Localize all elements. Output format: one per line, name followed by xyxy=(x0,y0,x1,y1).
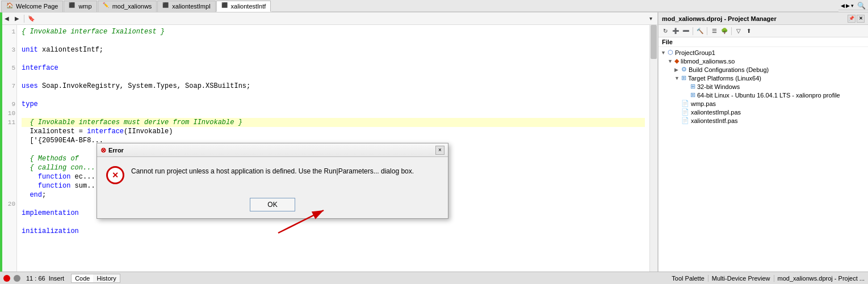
code-line-5: interface xyxy=(22,63,645,73)
tree-label-libmod: libmod_xalionws.so xyxy=(681,58,735,65)
editor-scrollbar[interactable] xyxy=(649,25,657,272)
tool-palette-panel[interactable]: Tool Palette xyxy=(672,275,708,282)
impl-file-icon: 📄 xyxy=(681,108,689,116)
tab-scroll-right[interactable]: ▶ xyxy=(846,3,850,9)
arrow-projectgroup: ▼ xyxy=(661,50,668,56)
tab-code[interactable]: Code xyxy=(72,274,93,282)
panel-pin-btn[interactable]: 📌 xyxy=(848,15,856,23)
tab-bar: 🏠 Welcome Page ⬛ wmp ✏️ mod_xalionws ⬛ x… xyxy=(0,0,868,12)
tree-item-impl[interactable]: 📄 xaliontestImpl.pas xyxy=(659,108,868,116)
filter-btn[interactable]: ▽ xyxy=(734,27,743,36)
tree-item-wmp[interactable]: 📄 wmp.pas xyxy=(659,99,868,108)
error-circle-icon xyxy=(106,166,124,184)
tree-item-intf[interactable]: 📄 xaliontestIntf.pas xyxy=(659,116,868,125)
projectgroup-icon: ⬡ xyxy=(668,49,673,56)
tree-item-projectgroup[interactable]: ▼ ⬡ ProjectGroup1 xyxy=(659,48,868,57)
tree-label-win32: 32-bit Windows xyxy=(697,83,740,90)
tree-label-wmp: wmp.pas xyxy=(691,100,716,107)
build-btn[interactable]: 🔨 xyxy=(695,27,705,36)
main-layout: ◀ ▶ 🔖 ▾ 1 3 5 7 9 10 11 xyxy=(0,12,868,272)
dialog-ok-button[interactable]: OK xyxy=(250,198,295,211)
remove-btn[interactable]: ➖ xyxy=(681,27,690,36)
dialog-close-button[interactable]: × xyxy=(435,146,445,155)
code-icon-mod: ✏️ xyxy=(103,2,111,10)
mode-display: Insert xyxy=(49,275,65,282)
project-panel: mod_xalionws.dproj - Project Manager 📌 ✕… xyxy=(658,12,868,272)
arrow-buildconfig: ▶ xyxy=(674,67,681,73)
tree-label-platforms: Target Platforms (Linux64) xyxy=(688,75,761,82)
buildconfig-icon: ⚙ xyxy=(681,66,687,73)
dialog-titlebar: ⊗ Error × xyxy=(97,143,448,157)
win32-icon: ⊞ xyxy=(690,83,695,90)
tree-item-linux64[interactable]: ⊞ 64-bit Linux - Ubuntu 16.04.1 LTS - xa… xyxy=(659,91,868,99)
stop-btn[interactable] xyxy=(3,275,10,282)
code-icon-wmp: ⬛ xyxy=(69,2,77,10)
wmp-file-icon: 📄 xyxy=(681,100,689,107)
dialog-error-icon: ⊗ xyxy=(100,146,106,154)
tree-item-libmod[interactable]: ▼ ◆ libmod_xalionws.so xyxy=(659,57,868,65)
tree-label-impl: xaliontestImpl.pas xyxy=(691,109,741,116)
status-left: 11 : 66 Insert xyxy=(3,275,64,282)
code-line-7: uses Soap.InvokeRegistry, System.Types, … xyxy=(22,82,645,91)
status-bar: 11 : 66 Insert Code History Tool Palette… xyxy=(0,272,868,284)
tab-scroll-left[interactable]: ◀ xyxy=(841,3,845,9)
intf-file-icon: 📄 xyxy=(681,117,689,124)
dropdown-btn[interactable]: ▾ xyxy=(646,14,655,23)
pause-btn[interactable] xyxy=(14,275,20,282)
tab-mod-xalionws[interactable]: ✏️ mod_xalionws xyxy=(98,1,157,12)
tree-view-btn[interactable]: 🌳 xyxy=(720,27,729,36)
panel-toolbar: ↻ ➕ ➖ 🔨 ☰ 🌳 ▽ ⬆ xyxy=(659,25,868,37)
search-icon[interactable]: 🔍 xyxy=(857,2,866,10)
dialog-footer: OK xyxy=(97,193,448,218)
line-col-display: 11 : 66 xyxy=(26,275,45,282)
tree-label-intf: xaliontestIntf.pas xyxy=(691,117,738,124)
green-gutter-bar xyxy=(0,12,2,272)
project-manager-panel[interactable]: mod_xalionws.dproj - Project ... xyxy=(778,275,865,282)
linux64-icon: ⊞ xyxy=(690,91,695,99)
scroll-thumb[interactable] xyxy=(651,25,657,59)
status-right: Tool Palette Multi-Device Preview mod_xa… xyxy=(672,275,865,282)
tree-item-buildconfig[interactable]: ▶ ⚙ Build Configurations (Debug) xyxy=(659,65,868,74)
dialog-message-text: Cannot run project unless a host applica… xyxy=(131,166,439,176)
code-line-10 xyxy=(22,109,645,118)
list-view-btn[interactable]: ☰ xyxy=(710,27,719,36)
code-icon-impl: ⬛ xyxy=(162,2,170,10)
dialog-body: Cannot run project unless a host applica… xyxy=(97,157,448,193)
error-dialog: ⊗ Error × Cannot run project unless a ho… xyxy=(97,143,448,219)
refresh-btn[interactable]: ↻ xyxy=(661,27,670,36)
tree-item-platforms[interactable]: ▼ ⊞ Target Platforms (Linux64) xyxy=(659,74,868,82)
dialog-title-left: ⊗ Error xyxy=(100,146,124,154)
tab-wmp[interactable]: ⬛ wmp xyxy=(64,1,97,12)
panel-title-text: mod_xalionws.dproj - Project Manager xyxy=(662,15,777,22)
editor-area: ◀ ▶ 🔖 ▾ 1 3 5 7 9 10 11 xyxy=(0,12,658,272)
editor-toolbar: ◀ ▶ 🔖 ▾ xyxy=(0,12,657,25)
tab-xaliontestimpl[interactable]: ⬛ xaliontestImpl xyxy=(157,1,215,12)
libmod-icon: ◆ xyxy=(674,57,679,65)
deploy-btn[interactable]: ⬆ xyxy=(744,27,753,36)
tree-item-win32[interactable]: ⊞ 32-bit Windows xyxy=(659,82,868,91)
code-line-1: { Invokable interface Ixaliontest } xyxy=(22,27,645,36)
dialog-title-text: Error xyxy=(108,147,124,154)
code-line-2 xyxy=(22,36,645,45)
tab-welcome[interactable]: 🏠 Welcome Page xyxy=(1,1,63,12)
code-line-11: { Invokable interfaces must derive from … xyxy=(22,118,645,127)
tab-xaliontestintf[interactable]: ⬛ xaliontestIntf xyxy=(216,1,271,12)
tree-label-linux64: 64-bit Linux - Ubuntu 16.04.1 LTS - xali… xyxy=(697,92,840,99)
panel-close-btn[interactable]: ✕ xyxy=(857,15,865,23)
project-tree: ▼ ⬡ ProjectGroup1 ▼ ◆ libmod_xalionws.so… xyxy=(659,47,868,272)
tab-dropdown[interactable]: ▾ xyxy=(851,3,854,9)
back-btn[interactable]: ◀ xyxy=(2,14,11,23)
code-line-9: type xyxy=(22,100,645,109)
code-line-4 xyxy=(22,54,645,63)
forward-btn[interactable]: ▶ xyxy=(12,14,22,23)
code-line-12: Ixaliontest = interface(IInvokable) xyxy=(22,127,645,136)
add-btn[interactable]: ➕ xyxy=(671,27,680,36)
file-section-label: File xyxy=(659,37,868,47)
bookmark-btn[interactable]: 🔖 xyxy=(27,14,36,23)
panel-title-bar: mod_xalionws.dproj - Project Manager 📌 ✕ xyxy=(659,12,868,25)
arrow-platforms: ▼ xyxy=(674,75,681,81)
tab-history[interactable]: History xyxy=(93,274,119,282)
multi-device-panel[interactable]: Multi-Device Preview xyxy=(712,275,774,282)
code-history-tabs: Code History xyxy=(71,274,120,283)
code-line-22 xyxy=(22,218,645,227)
